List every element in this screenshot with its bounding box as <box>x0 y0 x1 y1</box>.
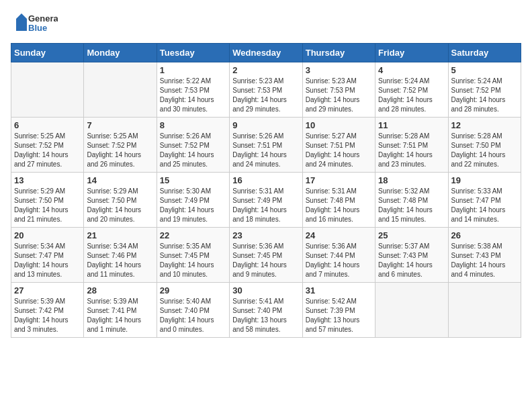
calendar-cell: 30Sunrise: 5:41 AM Sunset: 7:40 PM Dayli… <box>230 283 302 338</box>
day-info: Sunrise: 5:40 AM Sunset: 7:40 PM Dayligh… <box>160 297 226 334</box>
day-info: Sunrise: 5:34 AM Sunset: 7:47 PM Dayligh… <box>14 242 81 279</box>
day-info: Sunrise: 5:24 AM Sunset: 7:52 PM Dayligh… <box>378 77 445 114</box>
day-info: Sunrise: 5:25 AM Sunset: 7:52 PM Dayligh… <box>14 132 81 169</box>
day-info: Sunrise: 5:34 AM Sunset: 7:46 PM Dayligh… <box>87 242 153 279</box>
logo-icon: GeneralBlue <box>11 11 58 35</box>
day-info: Sunrise: 5:36 AM Sunset: 7:45 PM Dayligh… <box>232 242 299 279</box>
calendar-week-row: 20Sunrise: 5:34 AM Sunset: 7:47 PM Dayli… <box>11 228 521 283</box>
calendar-week-row: 27Sunrise: 5:39 AM Sunset: 7:42 PM Dayli… <box>11 283 521 338</box>
day-info: Sunrise: 5:36 AM Sunset: 7:44 PM Dayligh… <box>306 242 372 279</box>
calendar-cell: 9Sunrise: 5:26 AM Sunset: 7:51 PM Daylig… <box>230 118 302 173</box>
day-number: 22 <box>160 230 226 240</box>
day-number: 11 <box>378 120 445 130</box>
day-number: 19 <box>451 175 518 185</box>
calendar-cell: 5Sunrise: 5:24 AM Sunset: 7:52 PM Daylig… <box>448 62 521 118</box>
day-info: Sunrise: 5:42 AM Sunset: 7:39 PM Dayligh… <box>306 297 372 334</box>
day-info: Sunrise: 5:30 AM Sunset: 7:49 PM Dayligh… <box>160 187 226 224</box>
calendar-day-header: Thursday <box>302 44 375 62</box>
calendar-cell: 31Sunrise: 5:42 AM Sunset: 7:39 PM Dayli… <box>302 283 375 338</box>
day-info: Sunrise: 5:35 AM Sunset: 7:45 PM Dayligh… <box>160 242 226 279</box>
calendar-day-header: Monday <box>84 44 157 62</box>
svg-rect-0 <box>16 19 27 31</box>
day-info: Sunrise: 5:37 AM Sunset: 7:43 PM Dayligh… <box>378 242 445 279</box>
calendar-cell: 17Sunrise: 5:31 AM Sunset: 7:48 PM Dayli… <box>302 173 375 228</box>
calendar-week-row: 13Sunrise: 5:29 AM Sunset: 7:50 PM Dayli… <box>11 173 521 228</box>
day-number: 28 <box>87 285 153 295</box>
calendar-week-row: 1Sunrise: 5:22 AM Sunset: 7:53 PM Daylig… <box>11 62 521 118</box>
calendar-cell: 26Sunrise: 5:38 AM Sunset: 7:43 PM Dayli… <box>448 228 521 283</box>
day-info: Sunrise: 5:26 AM Sunset: 7:51 PM Dayligh… <box>232 132 299 169</box>
day-info: Sunrise: 5:23 AM Sunset: 7:53 PM Dayligh… <box>306 77 372 114</box>
day-number: 3 <box>306 65 372 75</box>
calendar-cell: 24Sunrise: 5:36 AM Sunset: 7:44 PM Dayli… <box>302 228 375 283</box>
calendar-cell: 7Sunrise: 5:25 AM Sunset: 7:52 PM Daylig… <box>84 118 157 173</box>
day-info: Sunrise: 5:41 AM Sunset: 7:40 PM Dayligh… <box>232 297 299 334</box>
day-number: 21 <box>87 230 153 240</box>
day-number: 18 <box>378 175 445 185</box>
day-info: Sunrise: 5:29 AM Sunset: 7:50 PM Dayligh… <box>87 187 153 224</box>
day-number: 29 <box>160 285 226 295</box>
day-number: 2 <box>232 65 299 75</box>
day-number: 25 <box>378 230 445 240</box>
calendar-cell: 3Sunrise: 5:23 AM Sunset: 7:53 PM Daylig… <box>302 62 375 118</box>
day-number: 7 <box>87 120 153 130</box>
calendar-cell: 16Sunrise: 5:31 AM Sunset: 7:49 PM Dayli… <box>230 173 302 228</box>
calendar-cell: 14Sunrise: 5:29 AM Sunset: 7:50 PM Dayli… <box>84 173 157 228</box>
day-info: Sunrise: 5:31 AM Sunset: 7:48 PM Dayligh… <box>306 187 372 224</box>
day-number: 6 <box>14 120 81 130</box>
day-number: 12 <box>451 120 518 130</box>
calendar-day-header: Sunday <box>11 44 84 62</box>
day-number: 26 <box>451 230 518 240</box>
svg-text:General: General <box>28 13 58 24</box>
day-info: Sunrise: 5:22 AM Sunset: 7:53 PM Dayligh… <box>160 77 226 114</box>
calendar-cell: 27Sunrise: 5:39 AM Sunset: 7:42 PM Dayli… <box>11 283 84 338</box>
calendar-cell: 2Sunrise: 5:23 AM Sunset: 7:53 PM Daylig… <box>230 62 302 118</box>
day-info: Sunrise: 5:31 AM Sunset: 7:49 PM Dayligh… <box>232 187 299 224</box>
day-info: Sunrise: 5:25 AM Sunset: 7:52 PM Dayligh… <box>87 132 153 169</box>
day-info: Sunrise: 5:38 AM Sunset: 7:43 PM Dayligh… <box>451 242 518 279</box>
calendar-table: SundayMondayTuesdayWednesdayThursdayFrid… <box>11 43 521 338</box>
day-number: 20 <box>14 230 81 240</box>
day-info: Sunrise: 5:27 AM Sunset: 7:51 PM Dayligh… <box>306 132 372 169</box>
day-info: Sunrise: 5:39 AM Sunset: 7:42 PM Dayligh… <box>14 297 81 334</box>
day-number: 17 <box>306 175 372 185</box>
calendar-cell <box>375 283 448 338</box>
logo: GeneralBlue <box>11 11 58 35</box>
day-number: 24 <box>306 230 372 240</box>
calendar-header-row: SundayMondayTuesdayWednesdayThursdayFrid… <box>11 44 521 62</box>
calendar-day-header: Tuesday <box>157 44 229 62</box>
day-info: Sunrise: 5:33 AM Sunset: 7:47 PM Dayligh… <box>451 187 518 224</box>
calendar-cell: 29Sunrise: 5:40 AM Sunset: 7:40 PM Dayli… <box>157 283 229 338</box>
calendar-cell: 22Sunrise: 5:35 AM Sunset: 7:45 PM Dayli… <box>157 228 229 283</box>
calendar-cell: 1Sunrise: 5:22 AM Sunset: 7:53 PM Daylig… <box>157 62 229 118</box>
calendar-cell: 13Sunrise: 5:29 AM Sunset: 7:50 PM Dayli… <box>11 173 84 228</box>
calendar-cell: 28Sunrise: 5:39 AM Sunset: 7:41 PM Dayli… <box>84 283 157 338</box>
calendar-cell: 6Sunrise: 5:25 AM Sunset: 7:52 PM Daylig… <box>11 118 84 173</box>
day-number: 5 <box>451 65 518 75</box>
calendar-cell: 25Sunrise: 5:37 AM Sunset: 7:43 PM Dayli… <box>375 228 448 283</box>
day-info: Sunrise: 5:39 AM Sunset: 7:41 PM Dayligh… <box>87 297 153 334</box>
calendar-cell <box>84 62 157 118</box>
calendar-cell: 10Sunrise: 5:27 AM Sunset: 7:51 PM Dayli… <box>302 118 375 173</box>
day-number: 8 <box>160 120 226 130</box>
day-number: 10 <box>306 120 372 130</box>
calendar-cell: 15Sunrise: 5:30 AM Sunset: 7:49 PM Dayli… <box>157 173 229 228</box>
day-info: Sunrise: 5:24 AM Sunset: 7:52 PM Dayligh… <box>451 77 518 114</box>
calendar-cell: 19Sunrise: 5:33 AM Sunset: 7:47 PM Dayli… <box>448 173 521 228</box>
calendar-cell: 21Sunrise: 5:34 AM Sunset: 7:46 PM Dayli… <box>84 228 157 283</box>
day-info: Sunrise: 5:23 AM Sunset: 7:53 PM Dayligh… <box>232 77 299 114</box>
day-number: 1 <box>160 65 226 75</box>
day-number: 13 <box>14 175 81 185</box>
calendar-day-header: Wednesday <box>230 44 302 62</box>
svg-marker-1 <box>16 13 27 19</box>
day-info: Sunrise: 5:28 AM Sunset: 7:50 PM Dayligh… <box>451 132 518 169</box>
calendar-cell: 8Sunrise: 5:26 AM Sunset: 7:52 PM Daylig… <box>157 118 229 173</box>
day-info: Sunrise: 5:32 AM Sunset: 7:48 PM Dayligh… <box>378 187 445 224</box>
calendar-day-header: Friday <box>375 44 448 62</box>
calendar-cell <box>448 283 521 338</box>
day-number: 4 <box>378 65 445 75</box>
calendar-cell: 12Sunrise: 5:28 AM Sunset: 7:50 PM Dayli… <box>448 118 521 173</box>
day-info: Sunrise: 5:26 AM Sunset: 7:52 PM Dayligh… <box>160 132 226 169</box>
calendar-cell: 11Sunrise: 5:28 AM Sunset: 7:51 PM Dayli… <box>375 118 448 173</box>
day-number: 27 <box>14 285 81 295</box>
